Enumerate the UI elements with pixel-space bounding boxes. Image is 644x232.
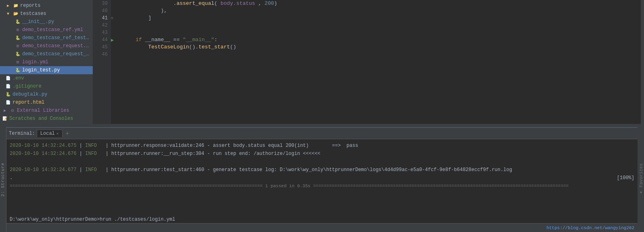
tree-item-demo-ref-test-py[interactable]: 🐍 demo_testcase_ref_test.py <box>0 34 93 42</box>
divider-text: ========================================… <box>10 182 569 190</box>
line-num-40: 40 <box>93 7 108 15</box>
tree-item-testcases[interactable]: ▼ 📂 testcases <box>0 10 93 18</box>
py-icon: 🐍 <box>5 91 11 98</box>
tree-label: Scratches and Consoles <box>9 116 73 121</box>
terminal-add-button[interactable]: + <box>64 130 71 137</box>
terminal-tabs: Terminal: Local ✕ + <box>6 128 638 139</box>
terminal-percent: [100%] <box>617 174 634 182</box>
folder-icon: ▶ <box>5 2 11 9</box>
terminal-message: | httprunner.response:validate:246 - ass… <box>97 142 358 150</box>
horizontal-scrollbar[interactable] <box>93 124 644 127</box>
terminal-level: INFO <box>85 166 97 174</box>
tree-label: demo_testcase_ref.yml <box>22 27 83 33</box>
line-num-45: 45 <box>93 44 108 51</box>
tree-item-demo-ref-yml[interactable]: ⊞ demo_testcase_ref.yml <box>0 26 93 34</box>
terminal-message: | httprunner.runner:test_start:460 - gen… <box>97 166 512 174</box>
line-num-42: 42 <box>93 22 108 29</box>
main-area: ▶ 📁 reports ▼ 📂 testcases 🐍 __init__.py … <box>0 0 644 127</box>
line-num-41: 41 <box>93 15 108 22</box>
file-icon: 📄 <box>5 83 11 90</box>
file-tree: ▶ 📁 reports ▼ 📂 testcases 🐍 __init__.py … <box>0 0 93 127</box>
tree-label: .gitignore <box>13 84 42 89</box>
yml-icon: ⊞ <box>15 59 21 65</box>
terminal-timestamp: 2020-10-10 14:32:24.675 <box>10 142 77 150</box>
tree-label: demo_testcase_ref_test.py <box>22 35 91 41</box>
tree-label: demo_testcase_request.yml <box>22 43 91 49</box>
html-icon: 📄 <box>5 99 11 106</box>
bottom-section: 2: Structure Terminal: Local ✕ + 2020-10… <box>0 127 644 232</box>
lib-icon: ▶ <box>2 107 8 114</box>
terminal-divider: ========================================… <box>10 182 634 190</box>
structure-label: 2: Structure <box>1 163 5 196</box>
gutter: ⊖ ▶ <box>111 0 119 124</box>
lib-folder-icon: ⊟ <box>9 107 16 114</box>
favorites-panel[interactable]: ★ Favorites <box>638 127 644 232</box>
favorites-label: ★ Favorites <box>638 163 644 195</box>
tree-item-debugtalk-py[interactable]: 🐍 debugtalk.py <box>0 90 93 98</box>
code-line-39: .assert_equal( body.status , 200) <box>123 0 641 7</box>
terminal-line-3 <box>10 158 634 166</box>
code-line-42 <box>123 22 641 29</box>
terminal-dot: . <box>10 174 13 182</box>
tree-label: testcases <box>20 11 46 17</box>
terminal-level: INFO <box>85 142 97 150</box>
yml-icon: ⊞ <box>15 43 21 49</box>
code-line-41: ] <box>123 15 641 22</box>
editor-area: 39 40 41 42 43 44 45 46 ⊖ ▶ <box>93 0 644 127</box>
terminal-prompt: D:\work\wy_only\httprunnerDemo>hrun ./te… <box>6 216 638 223</box>
tree-item-env[interactable]: 📄 .env <box>0 74 93 82</box>
tree-label: login.yml <box>22 59 48 65</box>
right-scrollbar[interactable] <box>641 0 644 124</box>
tree-label: login_test.py <box>22 67 60 73</box>
tree-label: report.html <box>13 100 44 105</box>
bottom-bar: https://blog.csdn.net/wangying202 <box>6 223 638 232</box>
terminal-area: Terminal: Local ✕ + 2020-10-10 14:32:24.… <box>6 127 638 232</box>
terminal-message: | httprunner.runner:__run_step:304 - run… <box>97 150 321 158</box>
terminal-content[interactable]: 2020-10-10 14:32:24.675 | INFO | httprun… <box>6 139 638 216</box>
prompt-text: D:\work\wy_only\httprunnerDemo>hrun ./te… <box>10 217 175 222</box>
tree-item-init-py[interactable]: 🐍 __init__.py <box>0 18 93 26</box>
py-icon: 🐍 <box>15 67 21 73</box>
code-line-40: ), <box>123 7 641 15</box>
tree-item-demo-request-test-py[interactable]: 🐍 demo_testcase_request_test.py <box>0 50 93 58</box>
py-icon: 🐍 <box>15 35 21 41</box>
blog-link[interactable]: https://blog.csdn.net/wangying202 <box>546 226 634 230</box>
tree-item-login-test-py[interactable]: 🐍 login_test.py <box>0 66 93 74</box>
tree-label: debugtalk.py <box>13 92 47 97</box>
py-icon: 🐍 <box>15 51 21 57</box>
tree-item-login-yml[interactable]: ⊞ login.yml <box>0 58 93 66</box>
terminal-separator: | <box>77 166 85 174</box>
line-num-46: 46 <box>93 51 108 58</box>
tree-label: External Libraries <box>17 108 69 113</box>
terminal-separator: | <box>77 150 85 158</box>
terminal-tab-name: Local <box>40 131 55 136</box>
line-numbers: 39 40 41 42 43 44 45 46 <box>93 0 111 124</box>
structure-panel[interactable]: 2: Structure <box>0 127 6 232</box>
py-icon: 🐍 <box>15 19 21 25</box>
terminal-line-5: . [100%] <box>10 174 634 182</box>
terminal-timestamp: 2020-10-10 14:32:24.677 <box>10 166 77 174</box>
folder-expanded-icon: ▼ <box>5 10 11 17</box>
tree-label: reports <box>20 3 40 8</box>
tree-item-report-html[interactable]: 📄 report.html <box>0 98 93 107</box>
yml-icon: ⊞ <box>15 27 21 33</box>
terminal-separator: | <box>77 142 85 150</box>
tree-item-gitignore[interactable]: 📄 .gitignore <box>0 82 93 90</box>
tree-item-external-lib[interactable]: ▶ ⊟ External Libraries <box>0 107 93 115</box>
code-editor[interactable]: .assert_equal( body.status , 200) ), ] <box>119 0 641 124</box>
dir-open-icon: 📂 <box>13 10 19 17</box>
tree-item-scratches[interactable]: 📝 Scratches and Consoles <box>0 115 93 123</box>
tree-item-reports[interactable]: ▶ 📁 reports <box>0 2 93 10</box>
line-num-44: 44 <box>93 36 108 44</box>
tab-close-icon[interactable]: ✕ <box>56 131 59 136</box>
code-line-44: if __name__ == "__main__": <box>123 36 641 44</box>
tree-label: __init__.py <box>22 19 54 25</box>
terminal-timestamp: 2020-10-10 14:32:24.676 <box>10 150 77 158</box>
terminal-line-2: 2020-10-10 14:32:24.676 | INFO | httprun… <box>10 150 634 158</box>
tree-item-demo-request-yml[interactable]: ⊞ demo_testcase_request.yml <box>0 42 93 50</box>
scratch-icon: 📝 <box>2 115 8 122</box>
dir-icon: 📁 <box>13 2 19 9</box>
line-num-39: 39 <box>93 0 108 7</box>
terminal-tab-local[interactable]: Local ✕ <box>37 130 63 137</box>
terminal-level: INFO <box>85 150 97 158</box>
